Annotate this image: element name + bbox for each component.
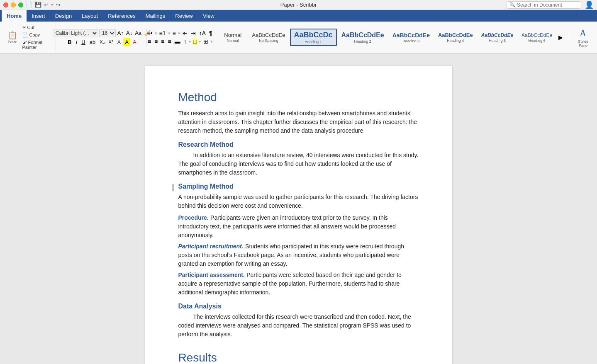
- heading-method: Method: [178, 91, 419, 104]
- heading-research-method: Research Method: [178, 141, 419, 148]
- style-h6-label: Heading 6: [529, 39, 546, 43]
- italic-button[interactable]: I: [74, 38, 79, 46]
- styles-pane-button[interactable]: Ａ StylesPane: [572, 25, 595, 50]
- app-title: Paper - Scribbr: [280, 2, 317, 8]
- heading-data-analysis: Data Analysis: [178, 303, 419, 310]
- superscript-button[interactable]: X²: [107, 39, 115, 45]
- style-h6-button[interactable]: AaBbCcDdEe Heading 6: [518, 31, 556, 44]
- paragraph-intro: This research aims to gain insight into …: [178, 109, 419, 135]
- title-bar: 📄 💾 ↩ ▾ ↪ Paper - Scribbr 🔍 👤: [0, 0, 597, 10]
- decrease-indent-button[interactable]: ⇤: [181, 29, 189, 37]
- multilevel-dropdown[interactable]: ▾: [178, 31, 180, 36]
- redo-icon[interactable]: ↪: [56, 2, 61, 8]
- window-controls: 📄 💾 ↩ ▾ ↪: [3, 2, 61, 8]
- heading-procedure: Procedure.: [178, 214, 209, 221]
- line-spacing-dropdown[interactable]: ▾: [189, 39, 191, 44]
- paragraph-sampling-method: A non-probability sample was used to gat…: [178, 193, 419, 210]
- paragraph-data-analysis: The interviews collected for this resear…: [178, 313, 419, 339]
- style-h3-button[interactable]: AaBbCcDdEe Heading 3: [389, 30, 434, 45]
- font-name-select[interactable]: Calibri Light (...: [53, 29, 98, 37]
- style-nospacing-button[interactable]: AaBbCcDdEe No Spacing: [248, 30, 289, 44]
- format-painter-button[interactable]: 🖌 Format Painter: [20, 39, 53, 51]
- style-h1-button[interactable]: AaBbCcDc Heading 1: [290, 29, 337, 46]
- subscript-button[interactable]: X₂: [98, 39, 106, 46]
- borders-button[interactable]: ⊞: [202, 38, 210, 45]
- borders-dropdown[interactable]: ▾: [210, 39, 213, 44]
- align-left-button[interactable]: ≡: [146, 38, 152, 45]
- style-h2-preview: AaBbCcDdEe: [341, 32, 384, 39]
- save-icon[interactable]: 💾: [35, 2, 41, 8]
- style-normal-label: Normal: [227, 39, 239, 43]
- heading-assessment: Participant assessment.: [178, 272, 245, 278]
- highlight-button[interactable]: A: [123, 38, 130, 46]
- document-area: Method This research aims to gain insigh…: [0, 53, 597, 364]
- tab-review[interactable]: Review: [170, 10, 198, 22]
- justify-button[interactable]: ≡: [166, 38, 172, 45]
- styles-more-button[interactable]: ▶: [557, 33, 565, 41]
- user-avatar[interactable]: 👤: [585, 0, 594, 10]
- heading-results: Results: [178, 351, 419, 364]
- search-input[interactable]: [517, 2, 575, 8]
- bold-button[interactable]: B: [66, 38, 73, 46]
- strikethrough-button[interactable]: ab: [88, 38, 97, 46]
- font-size-select[interactable]: 16: [99, 29, 116, 37]
- style-h4-button[interactable]: AaBbCcDdEe Heading 4: [434, 30, 477, 44]
- increase-indent-button[interactable]: ⇥: [190, 29, 197, 37]
- tab-view[interactable]: View: [198, 10, 219, 22]
- style-h1-label: Heading 1: [305, 40, 322, 44]
- undo-icon[interactable]: ↩: [44, 2, 49, 8]
- bullets-dropdown[interactable]: ▾: [155, 31, 157, 36]
- show-marks-button[interactable]: ¶: [208, 29, 214, 37]
- increase-font-button[interactable]: A↑: [117, 29, 124, 37]
- font-color-button[interactable]: A: [116, 38, 123, 46]
- tab-insert[interactable]: Insert: [27, 10, 50, 22]
- multilevel-button[interactable]: ≡: [171, 29, 177, 37]
- undo-dropdown[interactable]: ▾: [51, 2, 54, 7]
- maximize-button[interactable]: [18, 2, 23, 7]
- style-h3-preview: AaBbCcDdEe: [392, 32, 430, 39]
- align-right-button[interactable]: ≡: [160, 38, 166, 45]
- tab-mailings[interactable]: Mailings: [141, 10, 171, 22]
- paste-button[interactable]: 📋 Paste: [6, 29, 19, 46]
- style-h2-button[interactable]: AaBbCcDdEe Heading 2: [338, 30, 388, 45]
- underline-button[interactable]: U: [80, 38, 87, 46]
- paragraph-assessment: Participant assessment. Participants wer…: [178, 271, 419, 297]
- change-case-button[interactable]: Aa: [134, 29, 142, 37]
- search-box[interactable]: 🔍: [507, 1, 581, 9]
- title-bar-actions: 🔍 👤: [507, 0, 594, 10]
- clipboard-group: 📋 Paste ✂ Cut 📄 Copy 🖌 Format Painter: [2, 23, 56, 51]
- numbering-dropdown[interactable]: ▾: [168, 31, 171, 36]
- text-cursor: [173, 184, 173, 191]
- shading-button[interactable]: □: [192, 38, 198, 45]
- style-h5-button[interactable]: AaBbCcDdEe Heading 5: [478, 31, 517, 44]
- tab-home[interactable]: Home: [2, 10, 27, 22]
- ribbon-divider: [214, 29, 214, 46]
- tab-design[interactable]: Design: [50, 10, 77, 22]
- decrease-font-button[interactable]: A↓: [125, 29, 133, 37]
- style-h2-label: Heading 2: [354, 39, 371, 44]
- style-h4-label: Heading 4: [447, 39, 464, 43]
- style-normal-button[interactable]: Normal Normal: [218, 30, 247, 44]
- paragraph-recruitment: Participant recruitment. Students who pa…: [178, 242, 419, 268]
- line-spacing-button[interactable]: ↕: [183, 38, 188, 45]
- style-nospacing-preview: AaBbCcDdEe: [252, 32, 285, 38]
- shading-dropdown[interactable]: ▾: [199, 39, 201, 44]
- tab-references[interactable]: References: [103, 10, 140, 22]
- copy-button[interactable]: 📄 Copy: [20, 32, 53, 39]
- bullets-button[interactable]: ≡•: [146, 29, 154, 37]
- sort-button[interactable]: ↕A: [198, 29, 207, 37]
- style-h5-preview: AaBbCcDdEe: [481, 32, 513, 38]
- align-center-button[interactable]: ≡: [153, 38, 159, 45]
- styles-pane-icon: Ａ: [578, 27, 587, 39]
- text-color-button[interactable]: A: [131, 38, 138, 46]
- tab-layout[interactable]: Layout: [77, 10, 103, 22]
- cut-button[interactable]: ✂ Cut: [20, 24, 53, 31]
- columns-button[interactable]: ▬: [173, 38, 182, 45]
- style-h4-preview: AaBbCcDdEe: [438, 32, 473, 38]
- close-button[interactable]: [3, 2, 8, 7]
- ribbon-content: 📋 Paste ✂ Cut 📄 Copy 🖌 Format Painter Ca…: [0, 22, 597, 53]
- numbering-button[interactable]: ≡1: [158, 29, 167, 37]
- heading-sampling-method: Sampling Method: [178, 183, 419, 190]
- heading-recruitment: Participant recruitment.: [178, 243, 244, 250]
- minimize-button[interactable]: [11, 2, 16, 7]
